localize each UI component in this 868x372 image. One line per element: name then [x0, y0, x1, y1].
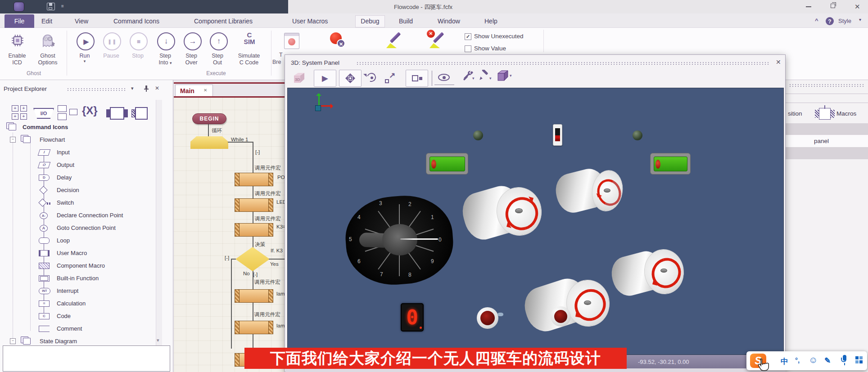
step-out-button[interactable]: ↑ [210, 32, 228, 50]
tree-item-built-in-function[interactable]: Built-in Function [57, 275, 99, 282]
round-led-2[interactable] [551, 306, 571, 327]
led-sphere-2[interactable] [633, 130, 642, 140]
green-bar-led-2[interactable] [650, 153, 691, 175]
tree-item-loop[interactable]: Loop [57, 237, 70, 244]
icon-windows-tool[interactable] [58, 105, 78, 121]
motor-3[interactable] [525, 275, 615, 336]
right-panel-row-white[interactable]: panel [786, 135, 868, 147]
collapse-ribbon-icon[interactable]: ^ [815, 17, 818, 24]
select-tool-button[interactable]: ▶ [314, 70, 336, 87]
pause-button[interactable]: ❚❚ [103, 32, 121, 50]
tree-item-decision[interactable]: Decision [57, 187, 79, 193]
system-panel-close-icon[interactable]: ✕ [776, 58, 781, 66]
tree-item-flowchart[interactable]: Flowchart [40, 136, 65, 143]
panel-drag-handle[interactable] [67, 88, 126, 91]
flow-macro-node-1[interactable] [235, 173, 273, 186]
help-icon[interactable]: ? [826, 17, 834, 25]
menu-item-edit[interactable]: Edit [41, 18, 52, 25]
menu-item-file[interactable]: File [5, 14, 34, 28]
flow-collapse-b[interactable]: [-] [253, 272, 258, 277]
move-tool-button[interactable] [339, 70, 362, 87]
right-panel-drag-handle[interactable] [789, 84, 865, 87]
run-button[interactable]: ▶ [77, 32, 95, 50]
menu-item-user-macros[interactable]: User Macros [292, 18, 328, 25]
state-diagram-expander[interactable]: − [10, 338, 16, 344]
tree-item-input[interactable]: Input [57, 149, 70, 156]
system-panel-window[interactable]: 3D: System Panel ✕ 3D ▶ [285, 54, 786, 372]
menu-item-window[interactable]: Window [438, 18, 460, 25]
menu-item-debug[interactable]: Debug [355, 15, 385, 27]
macros-tab-label[interactable]: Macros [836, 110, 856, 117]
tree-item-state-diagram[interactable]: State Diagram [40, 338, 77, 345]
scrollbar-down-icon[interactable]: ▾ [157, 337, 159, 343]
tools-dropdown-button[interactable]: ▾ [461, 70, 477, 85]
visibility-tool-button[interactable] [434, 72, 454, 85]
menu-item-build[interactable]: Build [399, 18, 413, 25]
save-button[interactable] [47, 3, 55, 10]
menu-item-view[interactable]: View [75, 18, 88, 25]
green-bar-led-1[interactable] [426, 153, 468, 175]
rotary-dial[interactable]: 0 1 2 3 4 5 6 7 8 9 [346, 196, 453, 284]
ime-toolbar[interactable]: S 中 °, ☺ ✎ [746, 351, 867, 370]
minimize-button[interactable] [806, 6, 811, 7]
viewport-3d[interactable]: 0 1 2 3 4 5 6 7 8 9 0 [287, 88, 784, 355]
quick-access-dropdown-icon[interactable]: ≡ [61, 4, 64, 9]
panel-dropdown-icon[interactable]: ▾ [131, 85, 134, 91]
simulate-c-code-button[interactable]: C SIM [239, 31, 260, 49]
icon-grid-tool[interactable]: + + + + [12, 105, 28, 120]
round-led-1[interactable] [477, 307, 498, 329]
ime-punctuation-icon[interactable]: °, [795, 356, 800, 364]
led-sphere-1[interactable] [473, 130, 483, 140]
icon-macro-tool[interactable] [106, 107, 128, 120]
flow-while-node[interactable] [190, 136, 228, 149]
toggle-breakpoint-button[interactable] [284, 33, 299, 49]
close-button[interactable]: ✕ [854, 3, 860, 11]
ime-mic-icon[interactable] [841, 355, 848, 367]
shape-dropdown-tool-button[interactable]: ▾ [496, 69, 514, 85]
explorer-scrollbar[interactable] [156, 100, 162, 345]
tree-item-user-macro[interactable]: User Macro [57, 250, 87, 256]
stop-button[interactable]: ■ [130, 32, 148, 50]
flowchart-expander[interactable]: − [10, 137, 16, 143]
step-over-button[interactable]: → [184, 32, 202, 50]
step-into-button[interactable]: ↓ [157, 32, 175, 50]
enable-icd-button[interactable] [10, 32, 25, 49]
icon-variables-tool[interactable]: {X} [82, 104, 98, 117]
seven-segment-display[interactable]: 0 [401, 303, 424, 332]
rotate-tool-button[interactable] [363, 72, 381, 85]
toggle-switch[interactable] [553, 124, 562, 146]
resize-tool-button[interactable]: ↗ [384, 72, 401, 85]
tree-item-interrupt[interactable]: Interrupt [57, 287, 78, 294]
position-tab-fragment[interactable]: sition [788, 110, 802, 117]
show-value-checkbox[interactable] [465, 45, 471, 52]
style-dropdown-icon[interactable]: ▾ [859, 17, 861, 22]
menu-item-command-icons[interactable]: Command Icons [113, 18, 159, 25]
menu-item-component-libraries[interactable]: Component Libraries [194, 18, 253, 25]
app-icon[interactable] [14, 2, 24, 12]
tree-item-switch[interactable]: Switch [57, 199, 74, 206]
restore-button[interactable] [831, 4, 835, 8]
show-code-button[interactable] [386, 30, 404, 49]
flow-collapse-a[interactable]: [-] [255, 149, 260, 155]
flow-macro-node-2[interactable] [235, 198, 273, 212]
tree-item-delay[interactable]: Delay [57, 174, 72, 181]
flow-begin-node[interactable]: BEGIN [192, 113, 226, 124]
style-button[interactable]: Style [838, 18, 851, 24]
motor-1[interactable] [463, 184, 544, 240]
icon-component-macro-tool[interactable] [131, 107, 151, 120]
tree-item-comment[interactable]: Comment [57, 325, 82, 332]
motor-4[interactable] [612, 249, 688, 301]
region-tool-button[interactable] [406, 70, 428, 87]
panel-close-icon[interactable]: ✕ [155, 85, 159, 91]
motor-2[interactable] [556, 167, 626, 215]
flow-macro-node-3[interactable] [235, 223, 273, 237]
tree-root-command-icons[interactable]: Command Icons [23, 124, 68, 130]
tree-item-declare-connection-point[interactable]: Declare Connection Point [57, 212, 123, 219]
icon-io-tool[interactable]: I/O [33, 108, 54, 119]
show-unexecuted-checkbox[interactable]: ✓ [465, 33, 471, 40]
tree-item-output[interactable]: Output [57, 161, 74, 168]
style-dropdown-tool-button[interactable]: ▾ [478, 70, 494, 85]
ime-keyboard-icon[interactable] [855, 356, 863, 364]
flow-macro-node-4[interactable] [235, 289, 273, 303]
menu-item-help[interactable]: Help [484, 18, 497, 25]
